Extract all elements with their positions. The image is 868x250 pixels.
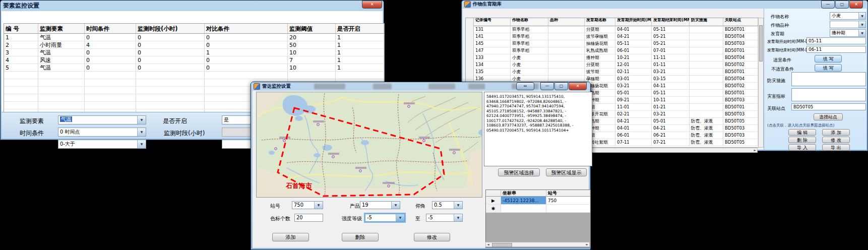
table-cell[interactable]: 防雹、灌溉	[690, 139, 723, 146]
table-cell[interactable]: 04-11	[652, 83, 690, 90]
compare-combobox[interactable]: 0-大于▼	[58, 140, 146, 149]
table-cell[interactable]: 双季早稻	[511, 33, 548, 40]
table-cell[interactable]: 拔节期	[585, 69, 615, 76]
table-cell[interactable]	[690, 97, 723, 104]
table-cell[interactable]: 4	[85, 41, 136, 49]
minimize-icon[interactable]: —	[821, 1, 835, 9]
table-cell[interactable]: 7	[288, 56, 336, 64]
table-cell[interactable]: 气温	[38, 49, 85, 56]
table-cell[interactable]: 147	[474, 47, 511, 54]
table-cell[interactable]: 0	[85, 64, 136, 72]
table-cell[interactable]: 0	[205, 56, 288, 64]
column-header[interactable]: 时间条件	[85, 24, 136, 34]
variety-combobox[interactable]: ▼	[830, 21, 866, 28]
scroll-thumb[interactable]	[759, 25, 763, 61]
table-cell[interactable]: 05-11	[652, 90, 690, 97]
table-cell[interactable]	[690, 33, 723, 40]
stage-combobox[interactable]: 播种期▼	[830, 29, 866, 37]
column-header[interactable]: 监测要素	[38, 24, 85, 34]
table-cell[interactable]	[548, 33, 585, 40]
scroll-right-icon[interactable]: ►	[754, 148, 756, 152]
chevron-down-icon[interactable]: ▼	[858, 21, 865, 28]
table-cell[interactable]: 拔节孕穗期	[585, 33, 615, 40]
table-cell[interactable]: BD50T01	[723, 47, 758, 54]
table-cell[interactable]: BD50T01	[723, 26, 758, 33]
table-cell[interactable]: 1	[336, 41, 384, 49]
minimize-icon[interactable]: —	[540, 82, 554, 90]
chevron-down-icon[interactable]: ▼	[858, 30, 865, 36]
add-button[interactable]: 添 加	[822, 129, 850, 136]
table-cell[interactable]: BD50T01	[723, 104, 758, 111]
import-button[interactable]: 导 入	[788, 144, 816, 151]
table-cell[interactable]: 11-11	[652, 54, 690, 61]
table-cell[interactable]: 750	[546, 197, 590, 205]
titlebar[interactable]: 要素监控设置	[0, 0, 384, 11]
column-header[interactable]: 坐标串	[501, 190, 546, 197]
table-cell[interactable]	[690, 90, 723, 97]
table-cell[interactable]	[690, 26, 723, 33]
titlebar[interactable]: 作物生育期库	[461, 0, 868, 9]
chevron-down-icon[interactable]: ▼	[396, 214, 404, 221]
table-cell[interactable]: 小麦	[511, 61, 548, 69]
radar-station-combobox[interactable]: 750▼	[292, 201, 323, 209]
table-cell[interactable]: 07-21	[652, 139, 690, 146]
table-cell[interactable]: 小麦	[511, 69, 548, 76]
indicator-textarea[interactable]	[791, 88, 866, 101]
table-cell[interactable]: 145	[474, 40, 511, 47]
time-combobox[interactable]: 0 时间点▼	[58, 128, 146, 137]
table-cell[interactable]: 播种期	[585, 54, 615, 61]
table-cell[interactable]: BD50T05	[723, 139, 758, 146]
table-cell[interactable]: 双季早稻	[511, 47, 548, 54]
station-input[interactable]: BD50T05	[791, 103, 866, 110]
chevron-down-icon[interactable]: ▼	[137, 116, 146, 124]
column-header[interactable]	[486, 190, 501, 197]
table-cell[interactable]	[548, 40, 585, 47]
table-cell[interactable]: 1	[205, 49, 288, 56]
table-cell[interactable]: 0	[205, 41, 288, 49]
column-header[interactable]: 监测时段(小时)	[136, 24, 205, 34]
table-cell[interactable]: 11-01	[615, 104, 652, 111]
table-cell[interactable]: 133	[474, 54, 511, 61]
show-warning-area-button[interactable]: 预警区域显示	[546, 168, 587, 176]
stage-end-input[interactable]: 06-11	[807, 46, 866, 53]
table-cell[interactable]: BD50T02	[723, 61, 758, 69]
table-cell[interactable]: 1	[336, 34, 384, 41]
table-cell[interactable]: BD50T01	[723, 90, 758, 97]
intensity-combobox[interactable]: -5▼	[365, 214, 405, 222]
chevron-down-icon[interactable]: ▼	[454, 202, 462, 209]
crop-combobox[interactable]: 小麦▼	[830, 12, 866, 20]
table-cell[interactable]: 防雹、灌溉	[690, 125, 723, 132]
table-cell[interactable]: 5	[4, 64, 38, 72]
table-cell[interactable]: BD50T02	[723, 83, 758, 90]
table-cell[interactable]	[690, 69, 723, 76]
table-cell[interactable]: ▶	[486, 197, 501, 205]
column-header[interactable]: 发育期结束时间(MM-DD)	[652, 18, 690, 26]
table-cell[interactable]: 03-21	[615, 83, 652, 90]
intensity-to-combobox[interactable]: -5▼	[426, 214, 463, 222]
table-cell[interactable]: 07-01	[652, 47, 690, 54]
column-header[interactable]: 作物名称	[511, 18, 548, 26]
table-cell[interactable]: 双季早稻	[511, 40, 548, 47]
table-cell[interactable]: 141	[474, 33, 511, 40]
table-cell[interactable]: 0	[205, 64, 288, 72]
table-cell[interactable]: 0	[85, 49, 136, 56]
table-cell[interactable]: 小时雨量	[38, 41, 85, 49]
maximize-icon[interactable]: ▢	[554, 82, 568, 90]
table-cell[interactable]: 2	[4, 41, 38, 49]
scroll-left-icon[interactable]: ◄	[487, 242, 489, 246]
table-cell[interactable]: BD50T03	[723, 97, 758, 104]
table-cell[interactable]: 131	[474, 26, 511, 33]
table-cell[interactable]: BD50T04	[723, 33, 758, 40]
table-cell[interactable]: 04-21	[615, 118, 652, 125]
table-vscrollbar[interactable]	[758, 18, 764, 148]
table-cell[interactable]: 分蘖期	[585, 61, 615, 69]
table-cell[interactable]	[690, 54, 723, 61]
table-cell[interactable]	[690, 61, 723, 69]
table-cell[interactable]: 03-01	[615, 76, 652, 83]
titlebar[interactable]: 雷达监控设置	[251, 82, 591, 91]
column-header[interactable]: 编 号	[4, 24, 38, 34]
column-header[interactable]: 站号	[546, 190, 590, 197]
maximize-icon[interactable]: ▢	[835, 1, 849, 9]
column-header[interactable]: 品种	[548, 18, 585, 26]
grid-hscrollbar[interactable]: ◄ ►	[485, 242, 590, 247]
